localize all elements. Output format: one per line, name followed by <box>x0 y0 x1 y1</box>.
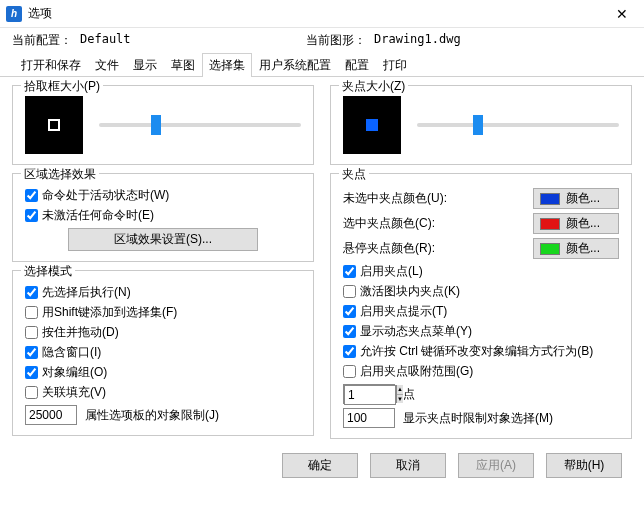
tab-1[interactable]: 文件 <box>88 53 126 77</box>
check-shift-add[interactable]: 用Shift键添加到选择集(F) <box>25 304 301 321</box>
grip-object-limit-input[interactable] <box>343 408 395 428</box>
pickbox-square-icon <box>48 119 60 131</box>
selected-grip-color-button[interactable]: 颜色... <box>533 213 619 234</box>
check-when-active[interactable]: 命令处于活动状态时(W) <box>25 187 301 204</box>
check-object-group[interactable]: 对象编组(O) <box>25 364 301 381</box>
swatch-icon <box>540 193 560 205</box>
check-implied-window[interactable]: 隐含窗口(I) <box>25 344 301 361</box>
pickbox-preview <box>25 96 83 154</box>
help-button[interactable]: 帮助(H) <box>546 453 622 478</box>
hover-grip-color-button[interactable]: 颜色... <box>533 238 619 259</box>
palette-object-limit-input[interactable] <box>25 405 77 425</box>
check-grip-snap-range[interactable]: 启用夹点吸附范围(G) <box>343 363 619 380</box>
region-effect-title: 区域选择效果 <box>21 166 99 183</box>
select-mode-title: 选择模式 <box>21 263 75 280</box>
current-drawing-value: Drawing1.dwg <box>374 32 544 49</box>
hover-grip-color-label: 悬停夹点颜色(R): <box>343 240 523 257</box>
grip-size-title: 夹点大小(Z) <box>339 78 408 95</box>
tab-4[interactable]: 选择集 <box>202 53 252 77</box>
current-config-label: 当前配置： <box>12 32 72 49</box>
current-drawing-label: 当前图形： <box>306 32 366 49</box>
swatch-icon <box>540 243 560 255</box>
close-button[interactable]: ✕ <box>600 0 644 28</box>
check-grip-tips[interactable]: 启用夹点提示(T) <box>343 303 619 320</box>
grip-preview <box>343 96 401 154</box>
pickbox-size-slider[interactable] <box>99 115 301 135</box>
grip-object-limit-label: 显示夹点时限制对象选择(M) <box>403 410 553 427</box>
grip-size-slider[interactable] <box>417 115 619 135</box>
grip-snap-range-spinner[interactable]: ▲▼ <box>343 384 395 404</box>
check-ctrl-cycle[interactable]: 允许按 Ctrl 键循环改变对象编辑方式行为(B) <box>343 343 619 360</box>
tab-7[interactable]: 打印 <box>376 53 414 77</box>
check-press-drag[interactable]: 按住并拖动(D) <box>25 324 301 341</box>
unselected-grip-color-label: 未选中夹点颜色(U): <box>343 190 523 207</box>
tab-3[interactable]: 草图 <box>164 53 202 77</box>
grips-group-title: 夹点 <box>339 166 369 183</box>
current-config-value: Default <box>80 32 250 49</box>
tab-2[interactable]: 显示 <box>126 53 164 77</box>
grip-snap-unit-label: 点 <box>403 386 415 403</box>
grip-square-icon <box>366 119 378 131</box>
tab-0[interactable]: 打开和保存 <box>14 53 88 77</box>
check-grips-in-blocks[interactable]: 激活图块内夹点(K) <box>343 283 619 300</box>
cancel-button[interactable]: 取消 <box>370 453 446 478</box>
check-when-inactive[interactable]: 未激活任何命令时(E) <box>25 207 301 224</box>
tab-6[interactable]: 配置 <box>338 53 376 77</box>
check-enable-grips[interactable]: 启用夹点(L) <box>343 263 619 280</box>
check-preselect[interactable]: 先选择后执行(N) <box>25 284 301 301</box>
ok-button[interactable]: 确定 <box>282 453 358 478</box>
apply-button[interactable]: 应用(A) <box>458 453 534 478</box>
unselected-grip-color-button[interactable]: 颜色... <box>533 188 619 209</box>
region-effect-settings-button[interactable]: 区域效果设置(S)... <box>68 228 258 251</box>
check-assoc-hatch[interactable]: 关联填充(V) <box>25 384 301 401</box>
check-dynamic-grip-menu[interactable]: 显示动态夹点菜单(Y) <box>343 323 619 340</box>
pickbox-size-title: 拾取框大小(P) <box>21 78 103 95</box>
window-title: 选项 <box>28 5 600 22</box>
selected-grip-color-label: 选中夹点颜色(C): <box>343 215 523 232</box>
tab-5[interactable]: 用户系统配置 <box>252 53 338 77</box>
app-icon: h <box>6 6 22 22</box>
swatch-icon <box>540 218 560 230</box>
palette-object-limit-label: 属性选项板的对象限制(J) <box>85 407 219 424</box>
